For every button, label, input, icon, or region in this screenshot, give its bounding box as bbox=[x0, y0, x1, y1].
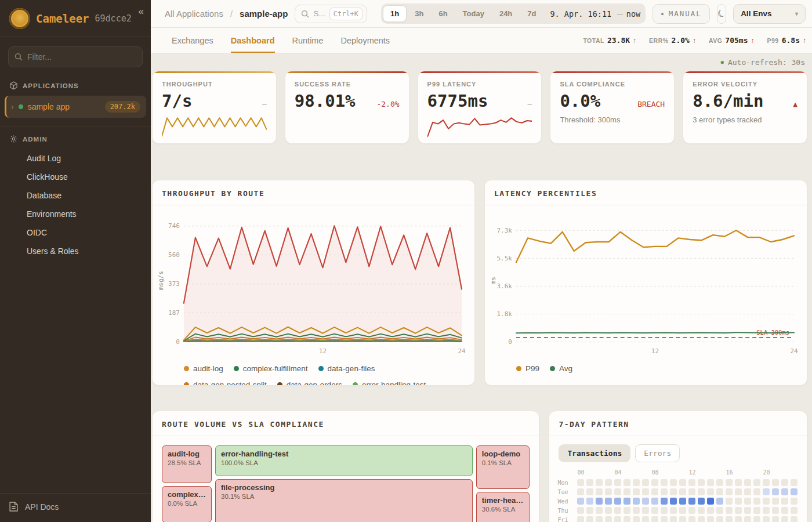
heatmap-cell[interactable] bbox=[614, 507, 621, 514]
time-range-3h[interactable]: 3h bbox=[408, 5, 430, 22]
sidebar-item-audit-log[interactable]: Audit Log bbox=[0, 149, 151, 168]
heatmap-cell[interactable] bbox=[716, 507, 723, 514]
time-range-today[interactable]: Today bbox=[456, 5, 491, 22]
heatmap-cell[interactable] bbox=[726, 516, 733, 522]
heatmap-cell[interactable] bbox=[679, 488, 686, 495]
heatmap-cell[interactable] bbox=[716, 488, 723, 495]
sidebar-item-sample-app[interactable]: › sample app 207.2k bbox=[5, 96, 146, 118]
heatmap-cell[interactable] bbox=[605, 488, 612, 495]
heatmap-cell[interactable] bbox=[670, 498, 677, 505]
heatmap-cell[interactable] bbox=[624, 488, 630, 495]
heatmap-cell[interactable] bbox=[605, 479, 612, 486]
heatmap-cell[interactable] bbox=[763, 488, 770, 495]
heatmap-cell[interactable] bbox=[577, 516, 584, 522]
heatmap-cell[interactable] bbox=[781, 498, 788, 505]
heatmap-cell[interactable] bbox=[763, 516, 770, 522]
heatmap-cell[interactable] bbox=[642, 507, 649, 514]
heatmap-cell[interactable] bbox=[661, 488, 668, 495]
heatmap-cell[interactable] bbox=[735, 488, 742, 495]
heatmap-cell[interactable] bbox=[651, 516, 658, 522]
heatmap-cell[interactable] bbox=[772, 488, 779, 495]
heatmap-cell[interactable] bbox=[781, 516, 788, 522]
heatmap-cell[interactable] bbox=[624, 516, 630, 522]
heatmap-cell[interactable] bbox=[753, 507, 760, 514]
heatmap-cell[interactable] bbox=[698, 479, 705, 486]
heatmap-cell[interactable] bbox=[577, 488, 584, 495]
heatmap-cell[interactable] bbox=[744, 498, 751, 505]
collapse-sidebar-icon[interactable]: « bbox=[139, 6, 144, 17]
heatmap-cell[interactable] bbox=[772, 507, 779, 514]
heatmap-cell[interactable] bbox=[753, 498, 760, 505]
treemap-tile-error-handling-test[interactable]: error-handling-test100.0% SLA bbox=[215, 445, 473, 476]
heatmap-cell[interactable] bbox=[596, 498, 603, 505]
heatmap-cell[interactable] bbox=[642, 516, 649, 522]
heatmap-cell[interactable] bbox=[605, 498, 612, 505]
heatmap-cell[interactable] bbox=[642, 498, 649, 505]
heatmap-cell[interactable] bbox=[596, 516, 603, 522]
heatmap-cell[interactable] bbox=[707, 507, 714, 514]
heatmap-cell[interactable] bbox=[670, 479, 677, 486]
heatmap-cell[interactable] bbox=[577, 498, 584, 505]
time-range-24h[interactable]: 24h bbox=[492, 5, 519, 22]
heatmap-cell[interactable] bbox=[735, 507, 742, 514]
env-select[interactable]: All Envs ▾ bbox=[733, 4, 806, 24]
heatmap-cell[interactable] bbox=[781, 479, 788, 486]
heatmap-cell[interactable] bbox=[781, 488, 788, 495]
time-range-1h[interactable]: 1h bbox=[383, 5, 407, 22]
tab-deployments[interactable]: Deployments bbox=[341, 28, 390, 53]
heatmap-cell[interactable] bbox=[614, 516, 621, 522]
heatmap-cell[interactable] bbox=[791, 516, 798, 522]
heatmap-toggle-transactions[interactable]: Transactions bbox=[559, 444, 630, 462]
heatmap-cell[interactable] bbox=[726, 479, 733, 486]
heatmap-cell[interactable] bbox=[707, 516, 714, 522]
heatmap-cell[interactable] bbox=[735, 498, 742, 505]
heatmap-cell[interactable] bbox=[791, 498, 798, 505]
heatmap-cell[interactable] bbox=[744, 488, 751, 495]
heatmap-cell[interactable] bbox=[679, 516, 686, 522]
heatmap-cell[interactable] bbox=[688, 507, 695, 514]
heatmap-cell[interactable] bbox=[679, 479, 686, 486]
heatmap-cell[interactable] bbox=[688, 479, 695, 486]
heatmap-cell[interactable] bbox=[670, 488, 677, 495]
search-input[interactable]: S... Ctrl+K bbox=[295, 5, 367, 23]
heatmap-cell[interactable] bbox=[614, 479, 621, 486]
heatmap-cell[interactable] bbox=[707, 498, 714, 505]
heatmap-cell[interactable] bbox=[661, 516, 668, 522]
heatmap-cell[interactable] bbox=[744, 479, 751, 486]
heatmap-cell[interactable] bbox=[624, 479, 630, 486]
heatmap-cell[interactable] bbox=[698, 516, 705, 522]
heatmap-cell[interactable] bbox=[661, 498, 668, 505]
heatmap-cell[interactable] bbox=[763, 498, 770, 505]
heatmap-cell[interactable] bbox=[586, 488, 593, 495]
treemap-tile-timer-heartbeat[interactable]: timer-heartbeat30.6% SLA bbox=[476, 492, 530, 522]
heatmap-cell[interactable] bbox=[651, 488, 658, 495]
heatmap-cell[interactable] bbox=[781, 507, 788, 514]
treemap-tile-loop-demo[interactable]: loop-demo0.1% SLA bbox=[476, 445, 530, 489]
treemap-tile-file-processing[interactable]: file-processing30.1% SLA bbox=[215, 479, 473, 522]
heatmap-cell[interactable] bbox=[605, 516, 612, 522]
expand-chevron-icon[interactable]: › bbox=[11, 102, 14, 111]
heatmap-cell[interactable] bbox=[577, 507, 584, 514]
heatmap-toggle-errors[interactable]: Errors bbox=[635, 444, 680, 462]
heatmap-cell[interactable] bbox=[596, 488, 603, 495]
heatmap-cell[interactable] bbox=[651, 507, 658, 514]
heatmap-cell[interactable] bbox=[633, 498, 640, 505]
heatmap-cell[interactable] bbox=[716, 498, 723, 505]
heatmap-cell[interactable] bbox=[596, 479, 603, 486]
heatmap-cell[interactable] bbox=[642, 488, 649, 495]
sidebar-item-api-docs[interactable]: API Docs bbox=[0, 493, 151, 522]
heatmap-cell[interactable] bbox=[670, 516, 677, 522]
tab-runtime[interactable]: Runtime bbox=[292, 28, 324, 53]
heatmap-cell[interactable] bbox=[642, 479, 649, 486]
heatmap-cell[interactable] bbox=[577, 479, 584, 486]
heatmap-cell[interactable] bbox=[586, 479, 593, 486]
heatmap-cell[interactable] bbox=[744, 516, 751, 522]
tab-exchanges[interactable]: Exchanges bbox=[172, 28, 213, 53]
heatmap-cell[interactable] bbox=[661, 507, 668, 514]
heatmap-cell[interactable] bbox=[586, 498, 593, 505]
heatmap-cell[interactable] bbox=[688, 498, 695, 505]
heatmap-cell[interactable] bbox=[586, 507, 593, 514]
heatmap-cell[interactable] bbox=[651, 479, 658, 486]
heatmap-cell[interactable] bbox=[679, 507, 686, 514]
date-to[interactable]: now bbox=[625, 9, 644, 19]
